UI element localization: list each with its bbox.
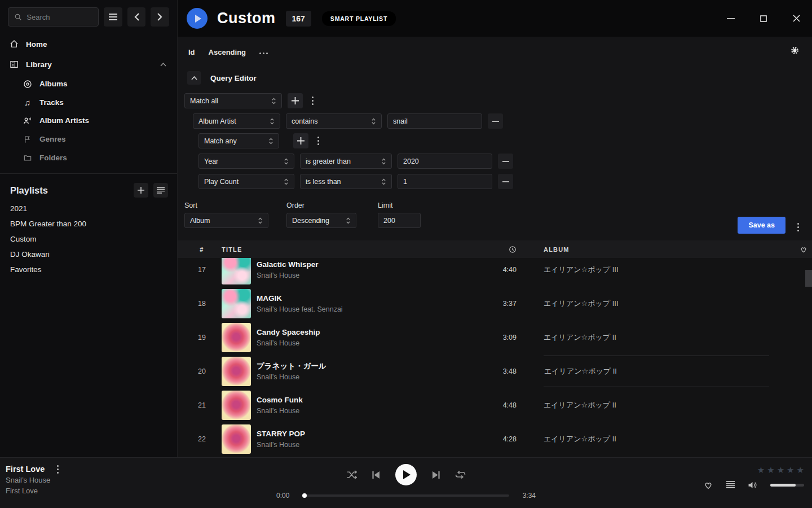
rule-field-select[interactable]: Play Count <box>198 174 294 189</box>
vertical-scrollbar-thumb[interactable] <box>805 270 812 287</box>
play-icon <box>195 15 201 23</box>
search-box[interactable] <box>8 7 99 27</box>
track-row[interactable]: 21 Cosmo Funk Snail’s House 4:48 エイリアン☆ポ… <box>178 388 812 422</box>
column-title[interactable]: TITLE <box>222 246 477 253</box>
updown-chevron-icon <box>284 157 289 165</box>
track-artist: Snail’s House <box>257 338 477 349</box>
sort-order-limit-row: Sort Album Order Descending Limit <box>184 202 812 228</box>
sidebar-item-albums[interactable]: Albums <box>0 75 177 93</box>
menu-button[interactable] <box>104 7 122 27</box>
sidebar-item-folders[interactable]: Folders <box>0 148 177 167</box>
star-icon[interactable]: ★ <box>787 465 794 475</box>
playlist-header: Custom 167 SMART PLAYLIST <box>178 0 812 37</box>
track-row[interactable]: 18 MAGIK Snail’s House feat. Sennzai 3:3… <box>178 287 812 321</box>
forward-button[interactable] <box>151 7 169 27</box>
track-row[interactable]: 19 Candy Spaceship Snail’s House 3:09 エイ… <box>178 321 812 354</box>
save-as-button[interactable]: Save as <box>738 217 785 234</box>
next-track-button[interactable] <box>432 471 440 479</box>
subgroup-menu-button[interactable] <box>314 137 322 145</box>
match-any-select[interactable]: Match any <box>198 133 279 148</box>
maximize-button[interactable] <box>756 11 771 27</box>
star-icon[interactable]: ★ <box>797 465 804 475</box>
track-album: エイリアン☆ポップ II <box>544 434 769 444</box>
add-playlist-button[interactable] <box>134 183 148 198</box>
back-button[interactable] <box>127 7 146 27</box>
play-playlist-button[interactable] <box>187 8 208 29</box>
playlist-item[interactable]: 2021 <box>0 201 177 216</box>
volume-button[interactable] <box>748 481 757 489</box>
now-playing-menu-button[interactable] <box>54 465 61 474</box>
chevron-up-icon[interactable] <box>158 63 168 67</box>
column-index[interactable]: # <box>188 246 216 253</box>
column-album[interactable]: ALBUM <box>544 246 769 253</box>
remove-rule-button[interactable] <box>488 113 503 129</box>
album-cover-thumbnail <box>222 391 251 420</box>
favorite-button[interactable] <box>703 480 713 489</box>
seek-bar[interactable] <box>303 494 509 497</box>
track-duration: 3:37 <box>503 300 517 308</box>
track-row[interactable]: 20 プラネット・ガール Snail’s House 3:48 エイリアン☆ポッ… <box>178 354 812 388</box>
volume-icon <box>748 481 757 489</box>
shuffle-button[interactable] <box>346 470 357 479</box>
hamburger-icon <box>109 14 117 20</box>
limit-input[interactable] <box>383 217 415 225</box>
track-row[interactable]: 17 Galactic Whisper Snail’s House 4:40 エ… <box>178 258 812 287</box>
repeat-button[interactable] <box>455 470 466 479</box>
star-icon[interactable]: ★ <box>767 465 774 475</box>
match-subgroup-row: Match any <box>198 133 812 148</box>
sidebar-item-home[interactable]: Home <box>0 34 177 54</box>
player-bar: First Love Snail’s House First Love <box>0 457 812 508</box>
playlist-item[interactable]: DJ Okawari <box>0 247 177 262</box>
rating-stars[interactable]: ★ ★ ★ ★ ★ <box>757 465 804 475</box>
settings-button[interactable] <box>790 46 800 55</box>
remove-rule-button[interactable] <box>498 154 513 169</box>
rule-value-input[interactable] <box>403 157 487 165</box>
more-options-button[interactable] <box>259 50 268 54</box>
rule-operator-select[interactable]: is less than <box>300 174 392 189</box>
close-button[interactable] <box>788 11 804 27</box>
sidebar-item-library[interactable]: Library <box>0 54 177 75</box>
collapse-query-button[interactable] <box>187 71 201 85</box>
playlist-item[interactable]: Favorites <box>0 262 177 277</box>
rule-value-input[interactable] <box>393 117 476 125</box>
playlist-item[interactable]: Custom <box>0 231 177 247</box>
sidebar-item-tracks[interactable]: ♫ Tracks <box>0 93 177 111</box>
queue-button[interactable] <box>726 481 735 489</box>
playlist-item[interactable]: BPM Greater than 200 <box>0 216 177 231</box>
volume-fill <box>770 484 796 487</box>
search-input[interactable] <box>27 13 92 21</box>
add-subrule-button[interactable] <box>293 133 308 148</box>
rule-field-select[interactable]: Album Artist <box>193 113 280 129</box>
minimize-button[interactable] <box>723 11 739 27</box>
duration-column-clock-icon[interactable] <box>509 246 517 253</box>
rule-value-input[interactable] <box>403 178 487 186</box>
favorite-column-heart-icon[interactable] <box>800 246 807 253</box>
sort-order-button[interactable]: Ascending <box>209 48 246 56</box>
track-number: 21 <box>188 401 216 409</box>
star-icon[interactable]: ★ <box>777 465 784 475</box>
add-rule-button[interactable] <box>288 93 303 108</box>
match-all-select[interactable]: Match all <box>184 93 282 108</box>
home-icon <box>9 40 19 49</box>
rule-operator-select[interactable]: is greater than <box>300 154 392 169</box>
sidebar-item-album-artists[interactable]: Album Artists <box>0 111 177 130</box>
volume-slider[interactable] <box>770 484 804 487</box>
remove-rule-button[interactable] <box>498 174 513 189</box>
sidebar-item-genres[interactable]: Genres <box>0 130 177 148</box>
sort-select[interactable]: Album <box>184 213 268 228</box>
seek-handle[interactable] <box>302 493 307 498</box>
save-menu-button[interactable] <box>794 223 802 231</box>
group-menu-button[interactable] <box>308 97 316 105</box>
track-artist: Snail’s House <box>257 372 477 383</box>
rule-field-select[interactable]: Year <box>198 154 294 169</box>
order-select[interactable]: Descending <box>286 213 356 228</box>
manage-playlists-button[interactable] <box>153 183 168 198</box>
star-icon[interactable]: ★ <box>757 465 765 475</box>
track-row[interactable]: 22 STARRY POP Snail’s House 4:28 エイリアン☆ポ… <box>178 422 812 456</box>
previous-track-button[interactable] <box>372 471 380 479</box>
match-group-row: Match all <box>184 93 812 108</box>
track-album-selected[interactable]: エイリアン☆ポップ II <box>544 356 769 387</box>
rule-operator-select[interactable]: contains <box>286 113 382 129</box>
play-pause-button[interactable] <box>395 464 417 485</box>
sort-field-button[interactable]: Id <box>188 48 195 56</box>
